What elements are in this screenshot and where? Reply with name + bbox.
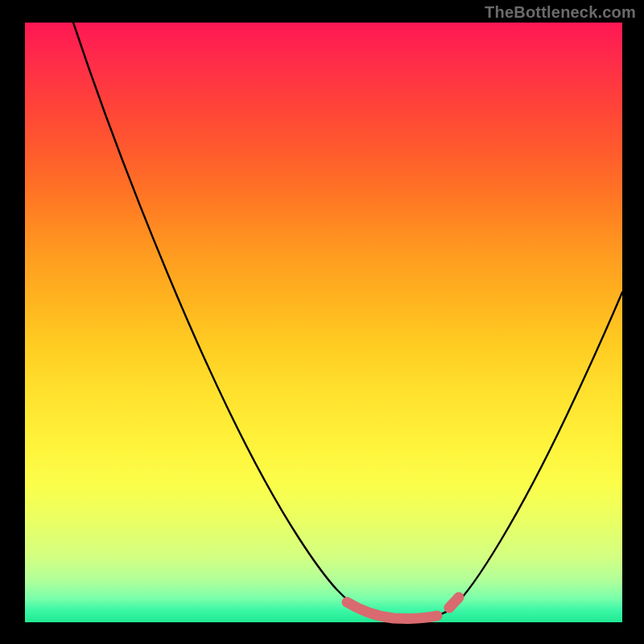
valley-highlight: [347, 602, 437, 618]
bottleneck-curve: [73, 23, 622, 617]
bottleneck-curve-svg: [25, 23, 622, 622]
watermark-text: TheBottleneck.com: [485, 3, 636, 22]
chart-frame: TheBottleneck.com: [0, 0, 644, 644]
valley-highlight-dot: [449, 597, 459, 608]
plot-area: [25, 23, 622, 622]
